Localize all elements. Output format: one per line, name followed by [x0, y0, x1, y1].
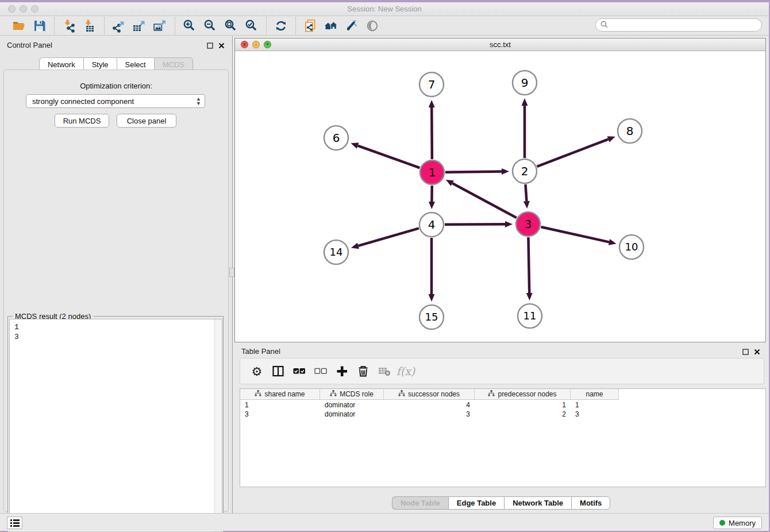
home-icon[interactable]	[322, 18, 340, 34]
toolbar-group	[104, 17, 175, 34]
edge-3-10[interactable]	[541, 227, 609, 242]
memory-button[interactable]: Memory	[713, 516, 762, 529]
select-all-icon[interactable]	[290, 361, 309, 381]
unselect-all-icon[interactable]	[311, 361, 330, 381]
edge-3-1[interactable]	[452, 183, 517, 218]
search-input[interactable]	[611, 21, 754, 29]
zoom-selected-icon[interactable]	[243, 18, 260, 34]
zoom-out-icon[interactable]	[202, 18, 219, 34]
memory-status-icon	[719, 520, 725, 526]
save-icon[interactable]	[31, 18, 48, 34]
result-scrollbar[interactable]	[214, 319, 222, 531]
cell-shared-name[interactable]: 1	[240, 400, 320, 410]
column-header-name[interactable]: name	[571, 389, 619, 400]
overview-eye-icon[interactable]	[364, 18, 381, 34]
tree-icon	[255, 390, 261, 398]
edge-arrow-icon	[526, 293, 533, 300]
network-canvas[interactable]: 1234678910111415	[235, 51, 765, 342]
network-window: x - + scc.txt 1234678910111415	[234, 38, 766, 342]
cell-predecessor-nodes[interactable]: 1	[475, 400, 571, 410]
table-row[interactable]: 1dominator411	[240, 400, 619, 410]
table-panel: Table Panel ⚙f(x) shared nameMCDS rolesu…	[234, 342, 768, 512]
add-row-icon[interactable]	[332, 361, 352, 381]
edge-1-2[interactable]	[445, 171, 502, 172]
cell-successor-nodes[interactable]: 3	[384, 410, 475, 419]
cell-predecessor-nodes[interactable]: 2	[475, 410, 571, 419]
import-network-icon[interactable]	[60, 18, 78, 34]
cell-MCDS-role[interactable]: dominator	[320, 400, 384, 410]
network-graph[interactable]: 1234678910111415	[235, 51, 765, 342]
columns-icon[interactable]	[268, 361, 288, 381]
tab-edge-table[interactable]: Edge Table	[448, 496, 504, 510]
cell-successor-nodes[interactable]: 4	[384, 400, 475, 410]
tab-node-table[interactable]: Node Table	[392, 496, 448, 510]
edge-4-3[interactable]	[445, 224, 505, 225]
edge-2-8[interactable]	[537, 139, 608, 166]
column-header-successor-nodes[interactable]: successor nodes	[384, 389, 475, 400]
vertical-splitter-grip[interactable]	[229, 268, 234, 277]
column-label: shared name	[264, 390, 305, 398]
cell-shared-name[interactable]: 3	[240, 410, 320, 419]
node-table[interactable]: shared nameMCDS rolesuccessor nodesprede…	[240, 388, 766, 487]
edge-2-3[interactable]	[525, 184, 526, 201]
edge-arrow-icon	[502, 168, 509, 175]
criterion-select[interactable]: strongly connected component ▲▼	[26, 94, 205, 108]
edge-1-7[interactable]	[432, 107, 432, 159]
edge-arrow-icon	[351, 142, 359, 148]
float-panel-icon[interactable]	[206, 41, 214, 49]
delete-table-icon[interactable]	[375, 361, 394, 381]
criterion-value: strongly connected component	[32, 97, 134, 106]
graph-node-label: 10	[625, 241, 638, 253]
edge-4-14[interactable]	[358, 228, 418, 246]
function-builder-icon[interactable]: f(x)	[396, 361, 415, 381]
table-header-row: shared nameMCDS rolesuccessor nodesprede…	[240, 389, 619, 400]
mcds-result-text: 1 3	[14, 322, 19, 342]
network-titlebar[interactable]: x - + scc.txt	[235, 38, 765, 51]
open-folder-icon[interactable]	[10, 18, 28, 34]
search-field[interactable]	[595, 18, 762, 32]
import-table-icon[interactable]	[81, 18, 98, 34]
edge-1-6[interactable]	[358, 146, 420, 168]
tab-network-table[interactable]: Network Table	[504, 496, 571, 510]
edge-arrow-icon	[523, 201, 530, 209]
cell-MCDS-role[interactable]: dominator	[320, 410, 384, 419]
zoom-fit-icon[interactable]	[222, 18, 240, 34]
clone-network-icon[interactable]	[302, 18, 319, 34]
control-panel-header: Control Panel	[0, 36, 232, 53]
optimization-label: Optimization criterion:	[4, 82, 228, 90]
column-header-MCDS-role[interactable]: MCDS role	[320, 389, 384, 400]
control-panel-title: Control Panel	[7, 41, 52, 49]
close-panel-button[interactable]: Close panel	[117, 114, 176, 128]
refresh-icon[interactable]	[272, 18, 290, 34]
gear-icon[interactable]: ⚙	[247, 361, 267, 381]
mcds-result-area[interactable]: 1 3	[9, 319, 222, 532]
close-panel-icon[interactable]	[217, 41, 225, 49]
tree-icon	[488, 390, 495, 398]
export-table-icon[interactable]	[131, 18, 148, 34]
cell-name[interactable]: 1	[571, 400, 619, 410]
menu-list-icon	[10, 519, 20, 527]
edge-arrow-icon	[429, 294, 435, 302]
table-row[interactable]: 3dominator323	[240, 410, 619, 419]
edge-arrow-icon	[429, 100, 435, 107]
float-table-panel-icon[interactable]	[741, 348, 749, 356]
graph-node-label: 9	[521, 76, 529, 90]
delete-row-icon[interactable]	[353, 361, 373, 381]
column-header-predecessor-nodes[interactable]: predecessor nodes	[475, 389, 571, 400]
tab-motifs[interactable]: Motifs	[571, 496, 610, 510]
app-window: Session: New Session Control Panel Netwo…	[0, 2, 769, 531]
cell-name[interactable]: 3	[571, 410, 619, 419]
toolbar-group	[266, 17, 295, 34]
graph-node-label: 8	[626, 124, 634, 138]
table-panel-title: Table Panel	[241, 347, 280, 356]
task-history-button[interactable]	[7, 516, 22, 529]
zoom-in-icon[interactable]	[181, 18, 198, 34]
export-network-icon[interactable]	[110, 18, 128, 34]
edge-3-11[interactable]	[528, 237, 529, 293]
column-label: successor nodes	[408, 390, 460, 398]
run-mcds-button[interactable]: Run MCDS	[55, 114, 109, 128]
graphics-details-icon[interactable]	[343, 18, 360, 34]
close-table-panel-icon[interactable]	[753, 348, 761, 356]
export-image-icon[interactable]	[152, 18, 169, 34]
column-header-shared-name[interactable]: shared name	[240, 389, 320, 400]
